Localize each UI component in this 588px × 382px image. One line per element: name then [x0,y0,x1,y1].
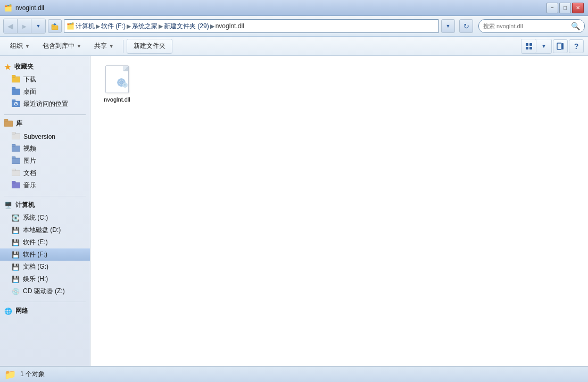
organize-label: 组织 [10,41,23,51]
view-icons-button[interactable] [521,39,536,53]
sidebar-item-documents[interactable]: 文档 [0,167,90,179]
svg-rect-19 [4,121,13,127]
sidebar-item-desktop[interactable]: 桌面 [0,86,90,98]
preview-pane-button[interactable] [553,39,568,53]
favorites-section: 收藏夹 下载 桌面 最近访问的位置 [0,60,90,110]
sidebar-item-g-drive[interactable]: 💾 文档 (G:) [0,261,90,273]
svg-marker-2 [53,23,56,25]
address-segment-newfolder[interactable]: 新建文件夹 (29) [164,22,209,31]
computer-header[interactable]: 🖥️ 计算机 [0,198,90,212]
svg-rect-15 [12,99,15,102]
sidebar-item-video[interactable]: 视频 [0,143,90,155]
address-segment-computer[interactable]: 计算机 [76,22,95,31]
h-drive-label: 娱乐 (H:) [23,275,48,284]
file-area[interactable]: nvoglnt.dll [90,56,588,366]
svg-rect-11 [13,78,15,78]
network-icon: 🌐 [4,308,12,315]
sidebar-item-downloads[interactable]: 下载 [0,73,90,86]
title-bar-left: 🗂️ nvoglnt.dll [4,4,44,12]
new-folder-label: 新建文件夹 [134,42,165,49]
library-header[interactable]: 库 [0,117,90,130]
svg-rect-25 [12,158,20,164]
view-controls: ▼ ? [521,39,584,54]
h-drive-icon: 💾 [12,276,20,283]
sidebar-item-subversion[interactable]: Subversion [0,130,90,143]
svg-rect-28 [12,169,15,171]
file-icon-dll [104,64,130,94]
network-section: 🌐 网络 [0,304,90,318]
g-drive-label: 文档 (G:) [23,262,48,271]
favorites-header[interactable]: 收藏夹 [0,60,90,73]
close-button[interactable]: ✕ [572,3,584,13]
view-dropdown-button[interactable]: ▼ [536,39,551,53]
address-dropdown-button[interactable]: ▼ [441,19,455,33]
file-item-nvoglnt[interactable]: nvoglnt.dll [96,61,138,106]
address-segment-syshome[interactable]: 系统之家 [132,22,158,31]
sidebar-item-c-drive[interactable]: 💽 系统 (C:) [0,212,90,224]
network-header[interactable]: 🌐 网络 [0,304,90,318]
dropdown-button[interactable]: ▼ [31,19,45,33]
svg-rect-3 [526,43,528,46]
pictures-label: 图片 [23,156,36,165]
music-icon [12,181,20,190]
address-segment-fdrive[interactable]: 软件 (F:) [101,22,126,31]
maximize-button[interactable]: □ [559,3,571,13]
sidebar-item-d-drive[interactable]: 💾 本地磁盘 (D:) [0,224,90,236]
help-button[interactable]: ? [569,39,584,53]
window-icon: 🗂️ [4,4,12,12]
music-label: 音乐 [23,181,36,190]
d-drive-label: 本地磁盘 (D:) [23,226,61,235]
view-btn-group: ▼ [521,39,552,54]
sidebar-item-pictures[interactable]: 图片 [0,155,90,167]
library-label: 库 [16,119,22,128]
gear-overlay [113,74,130,94]
network-label: 网络 [15,306,28,315]
recent-label: 最近访问的位置 [23,99,68,109]
sidebar-item-e-drive[interactable]: 💾 软件 (E:) [0,236,90,248]
sidebar-item-h-drive[interactable]: 💾 娱乐 (H:) [0,273,90,285]
search-bar[interactable]: 🔍 [478,19,585,33]
status-folder-icon: 📁 [4,369,16,380]
svg-rect-9 [12,77,20,82]
share-button[interactable]: 共享 ▼ [88,39,120,54]
downloads-label: 下载 [23,75,36,84]
new-folder-button[interactable]: 新建文件夹 [127,39,172,54]
svg-rect-27 [12,170,20,176]
back-button[interactable]: ◀ [4,19,18,33]
computer-section: 🖥️ 计算机 💽 系统 (C:) 💾 本地磁盘 (D:) 💾 软件 (E:) 💾… [0,198,90,297]
divider-1 [4,114,86,115]
library-section: 库 Subversion 视频 图片 [0,117,90,192]
title-bar: 🗂️ nvoglnt.dll − □ ✕ [0,0,588,16]
sidebar-item-recent[interactable]: 最近访问的位置 [0,98,90,110]
refresh-button[interactable]: ↻ [459,19,473,33]
f-drive-icon: 💾 [12,251,20,259]
divider-2 [4,196,86,196]
svg-rect-6 [529,47,532,49]
organize-button[interactable]: 组织 ▼ [4,39,36,54]
status-count: 1 个对象 [20,370,45,379]
svg-point-31 [120,81,123,85]
forward-button[interactable]: ▶ [18,19,31,33]
search-icon[interactable]: 🔍 [571,22,580,30]
up-button[interactable] [48,19,62,33]
address-bar[interactable]: 🗂️ 计算机 ▶ 软件 (F:) ▶ 系统之家 ▶ 新建文件夹 (29) ▶ n… [64,19,439,33]
file-label: nvoglnt.dll [104,96,130,103]
toolbar-separator [123,40,123,53]
svg-rect-4 [529,43,532,46]
address-segment-file[interactable]: nvoglnt.dll [216,22,244,30]
sidebar-item-music[interactable]: 音乐 [0,179,90,192]
svg-rect-13 [12,87,15,89]
svg-rect-8 [562,43,564,49]
recent-icon [12,99,20,109]
minimize-button[interactable]: − [546,3,558,13]
include-library-button[interactable]: 包含到库中 ▼ [37,39,87,54]
include-dropdown-arrow: ▼ [77,44,81,49]
sidebar-item-f-drive[interactable]: 💾 软件 (F:) [0,248,90,261]
downloads-icon [12,75,20,84]
svg-rect-30 [12,181,15,183]
e-drive-icon: 💾 [12,239,20,246]
svg-rect-21 [12,134,20,139]
search-input[interactable] [483,23,569,29]
sidebar-item-z-drive[interactable]: 💿 CD 驱动器 (Z:) [0,285,90,297]
svg-rect-26 [12,156,15,159]
